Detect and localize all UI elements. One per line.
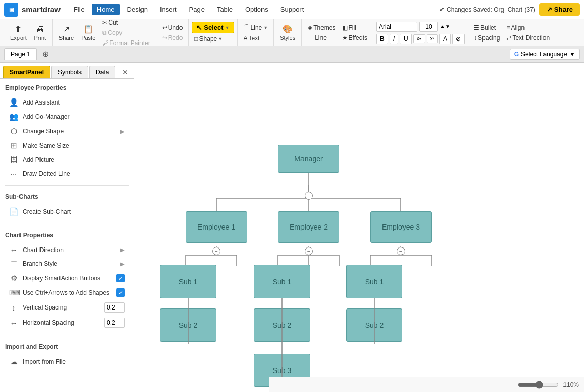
nav-insert[interactable]: Insert [155,4,182,15]
page-tab-1[interactable]: Page 1 [4,48,37,60]
sub-charts-section: Sub-Charts 📄 Create Sub-Chart [0,188,134,222]
italic-button[interactable]: I [390,34,398,44]
nav-table[interactable]: Table [212,4,238,15]
spacing-button[interactable]: ↕ Spacing [471,33,502,43]
redo-button[interactable]: ↪ Redo [159,33,186,43]
emp3-collapse-circle[interactable]: − [397,247,405,255]
undo-button[interactable]: ↩ Undo [159,23,186,32]
tab-symbols[interactable]: Symbols [51,66,88,78]
styles-icon: 🎨 [283,24,293,34]
import-export-title: Import and Export [5,343,129,350]
panel-close-button[interactable]: ✕ [119,67,131,77]
app-logo[interactable]: ▣ smartdraw [4,3,61,17]
nav-home[interactable]: Home [92,4,120,15]
clear-format-button[interactable]: ⊘ [452,34,465,44]
add-co-manager-item[interactable]: 👥 Add Co-Manager [5,110,129,124]
display-smartaction-row: ⚙ Display SmartAction Buttons [5,271,129,285]
zoom-slider[interactable] [518,381,559,389]
canvas[interactable]: Manager − Employee 1 − Employee 2 − Empl… [134,63,584,392]
emp3-sub1-node[interactable]: Sub 1 [346,265,402,298]
shape-button[interactable]: □ Shape ▼ [192,34,234,44]
format-painter-button[interactable]: 🖌 Format Painter [99,38,152,48]
bold-button[interactable]: B [376,34,388,44]
line2-icon: — [308,34,314,42]
changes-saved-text: Changes Saved: Org_Chart (37) [447,6,535,13]
add-page-button[interactable]: ⊕ [39,48,52,60]
nav-page[interactable]: Page [184,4,210,15]
themes-icon: ◈ [308,24,312,31]
add-picture-item[interactable]: 🖼 Add Picture [5,153,129,167]
export-icon: ⬆ [15,24,22,34]
share-toolbar-button[interactable]: ↗ Share [56,23,77,43]
emp1-collapse-circle[interactable]: − [212,247,220,255]
underline-button[interactable]: U [400,34,412,44]
emp3-sub-vline [371,298,377,344]
subscript-button[interactable]: x₂ [413,34,425,43]
section-divider-2 [5,224,129,224]
nav-options[interactable]: Options [240,4,273,15]
display-smartaction-checkbox[interactable] [116,274,125,282]
select-button[interactable]: ↖ Select ▼ [192,22,234,33]
vertical-spacing-input[interactable] [104,302,125,313]
google-icon: G [514,51,519,58]
horizontal-spacing-input[interactable] [104,318,125,328]
toolbar-select-group: ↖ Select ▼ □ Shape ▼ [189,19,237,46]
add-picture-icon: 🖼 [9,155,18,164]
create-sub-chart-item[interactable]: 📄 Create Sub-Chart [5,204,129,219]
print-button[interactable]: 🖨 Print [31,23,49,43]
font-size-input[interactable] [419,22,438,32]
draw-dotted-line-icon: ··· [9,169,18,178]
export-button[interactable]: ⬆ Export [7,23,30,43]
line-icon: ⌒ [244,23,250,32]
styles-button[interactable]: 🎨 Styles [277,23,298,43]
manager-node[interactable]: Manager [278,145,339,173]
align-button[interactable]: ≡ Align [504,23,552,32]
fill-button[interactable]: ◧ Fill [339,23,370,32]
nav-file[interactable]: File [69,4,90,15]
text-button[interactable]: A Text [241,34,271,43]
paste-icon: 📋 [83,24,93,34]
emp1-sub-vline [185,298,191,344]
superscript-button[interactable]: x² [427,34,438,43]
cut-button[interactable]: ✂ Cut [99,18,152,27]
font-color-button[interactable]: A [439,34,451,44]
text-direction-button[interactable]: ⇄ Text Direction [504,33,552,43]
emp2-sub1-node[interactable]: Sub 1 [254,265,310,298]
nav-support[interactable]: Support [275,4,309,15]
language-select[interactable]: G Select Language ▼ [510,49,580,60]
manager-collapse-circle[interactable]: − [305,192,313,200]
line2-button[interactable]: — Line [305,33,338,43]
make-same-size-item[interactable]: ⊞ Make Same Size [5,138,129,153]
select-dropdown-arrow: ▼ [225,25,230,30]
redo-icon: ↪ [162,34,167,42]
tab-data[interactable]: Data [89,66,115,78]
share-button[interactable]: ↗ Share [539,3,580,16]
use-ctrl-arrows-checkbox[interactable] [116,288,125,297]
font-name-input[interactable] [376,22,417,32]
text-icon: A [244,35,248,42]
toolbar-file-group: ⬆ Export 🖨 Print [4,19,53,46]
tab-smartpanel[interactable]: SmartPanel [3,66,50,78]
copy-button[interactable]: ⧉ Copy [99,28,152,37]
display-smartaction-icon: ⚙ [9,274,18,283]
change-shape-item[interactable]: ⬡ Change Shape ▶ [5,124,129,138]
paste-button[interactable]: 📋 Paste [78,23,98,43]
emp2-collapse-circle[interactable]: − [305,247,313,255]
emp1-sub1-node[interactable]: Sub 1 [160,265,216,298]
line-button[interactable]: ⌒ Line ▼ [241,22,271,33]
employee3-node[interactable]: Employee 3 [370,211,432,243]
chart-direction-arrow: ▶ [120,247,125,253]
add-assistant-item[interactable]: 👤 Add Assistant [5,95,129,110]
draw-dotted-line-item[interactable]: ··· Draw Dotted Line [5,167,129,180]
import-from-file-item[interactable]: ☁ Import from File [5,355,129,369]
branch-style-item[interactable]: ⊤ Branch Style ▶ [5,257,129,271]
bullet-button[interactable]: ☰ Bullet [471,23,502,32]
nav-design[interactable]: Design [122,4,153,15]
font-size-arrow[interactable]: ▲▼ [440,24,450,29]
chart-direction-item[interactable]: ↔ Chart Direction ▶ [5,243,129,257]
fill-icon: ◧ [342,24,348,31]
employee2-node[interactable]: Employee 2 [278,211,339,243]
effects-button[interactable]: ★ Effects [339,33,370,43]
employee1-node[interactable]: Employee 1 [186,211,247,243]
themes-button[interactable]: ◈ Themes [305,23,338,32]
